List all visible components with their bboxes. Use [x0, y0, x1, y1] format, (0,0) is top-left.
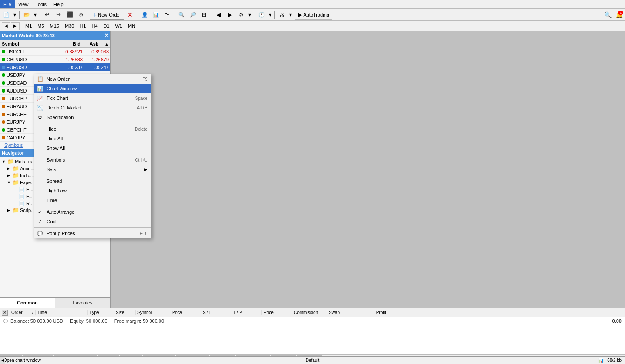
close-order-btn[interactable]: ✕	[125, 10, 135, 20]
ctx-show-all-label: Show All	[47, 146, 65, 151]
ctx-time[interactable]: Time	[34, 195, 151, 205]
ctx-hide-all[interactable]: Hide All	[34, 134, 151, 143]
ctx-auto-arrange-label: Auto Arrange	[47, 209, 74, 215]
print-btn[interactable]: 🖨	[277, 10, 287, 20]
dropdown-btn2[interactable]: ▾	[33, 10, 38, 20]
compile-btn[interactable]: ⚙	[76, 10, 86, 20]
menu-help[interactable]: Help	[50, 0, 67, 8]
tcol-price: Price	[170, 310, 201, 315]
symbols-link[interactable]: Symbols	[2, 141, 25, 149]
clock-btn[interactable]: 🕐	[256, 10, 267, 20]
mw-bid-eurusd: 1.05237	[52, 65, 83, 70]
tf-m30[interactable]: M30	[62, 22, 77, 30]
mw-label-gbpchf: GBPCHF	[7, 127, 27, 132]
zoom-out-btn[interactable]: 🔎	[187, 10, 198, 20]
dropdown-btn[interactable]: ▾	[12, 10, 17, 20]
tcol-order: Order	[10, 310, 31, 315]
ctx-popup-label: Popup Prices	[47, 231, 75, 236]
prev-btn[interactable]: ◀	[213, 10, 224, 20]
ctx-show-all[interactable]: Show All	[34, 143, 151, 153]
market-watch-close[interactable]: ✕	[104, 33, 109, 39]
tf-m1[interactable]: M1	[23, 22, 34, 30]
ctx-grid[interactable]: ✓ Grid	[34, 217, 151, 226]
tf-mn[interactable]: MN	[125, 22, 138, 30]
mw-row-usdchf[interactable]: USDCHF 0.88921 0.89068	[0, 48, 110, 56]
mw-row-gbpusd[interactable]: GBPUSD 1.26583 1.26679	[0, 56, 110, 63]
ctx-depth-of-market[interactable]: 📉 Depth Of Market Alt+B	[34, 103, 151, 113]
nav-label-e1: E...	[26, 187, 33, 192]
menu-file[interactable]: File	[0, 0, 15, 8]
statusbar-center-text: Default	[306, 358, 320, 363]
search-btn[interactable]: 🔍	[602, 10, 613, 20]
ctx-sets-label: Sets	[47, 167, 56, 172]
tf-prev-btn[interactable]: ◀	[2, 22, 10, 30]
nav-label-e2: F...	[26, 194, 33, 199]
ctx-spread-label: Spread	[47, 179, 62, 184]
mw-row-eurusd[interactable]: EURUSD 1.05237 1.05247	[0, 63, 110, 71]
auto-trading-button[interactable]: ▶ AutoTrading	[295, 10, 332, 20]
tf-d1[interactable]: D1	[101, 22, 112, 30]
ctx-high-low[interactable]: High/Low	[34, 186, 151, 195]
zoom-in-btn[interactable]: 🔍	[176, 10, 187, 20]
nav-tab-favorites[interactable]: Favorites	[55, 298, 110, 308]
mw-label-usdjpy: USDJPY	[7, 73, 25, 78]
menu-tools[interactable]: Tools	[32, 0, 50, 8]
tf-w1[interactable]: W1	[113, 22, 125, 30]
market-watch-title: Market Watch: 00:28:43	[2, 33, 55, 38]
stop-btn[interactable]: ⬛	[64, 10, 75, 20]
sep3	[88, 11, 88, 19]
prop-btn[interactable]: ⚙	[236, 10, 246, 20]
dropdown-btn3[interactable]: ▾	[247, 10, 252, 20]
terminal-col-headers: Order / Time Type Size Symbol Price S / …	[10, 308, 623, 317]
tf-h1[interactable]: H1	[77, 22, 88, 30]
terminal-toggle-btn[interactable]: ◀	[0, 357, 5, 364]
menu-view[interactable]: View	[15, 0, 32, 8]
wave-btn[interactable]: 〜	[162, 10, 172, 20]
dropdown-btn5[interactable]: ▾	[288, 10, 293, 20]
ctx-hide[interactable]: Hide Delete	[34, 124, 151, 134]
tcol-price2: Price	[262, 310, 292, 315]
grid-btn[interactable]: ⊞	[199, 10, 209, 20]
ctx-specification[interactable]: ⚙ Specification	[34, 113, 151, 122]
ctx-tick-chart[interactable]: 📈 Tick Chart Space	[34, 93, 151, 103]
tf-m5[interactable]: M5	[35, 22, 47, 30]
undo-btn[interactable]: ↩	[42, 10, 52, 20]
account-btn[interactable]: 👤	[139, 10, 150, 20]
sep5	[174, 11, 174, 19]
new-btn[interactable]: 📄	[1, 10, 11, 20]
ctx-new-order[interactable]: 📋 New Order F9	[34, 74, 151, 84]
tcol-swap: Swap	[327, 310, 353, 315]
nav-label-scripts: Scrip...	[20, 208, 35, 213]
next-btn[interactable]: ▶	[224, 10, 235, 20]
mw-col-symbol: Symbol	[0, 41, 50, 46]
tf-next-btn[interactable]: ▶	[11, 22, 20, 30]
navigator-tabs: Common Favorites	[0, 297, 110, 308]
nav-folder-icon-root: 📁	[7, 159, 14, 165]
nav-tab-common[interactable]: Common	[0, 298, 55, 308]
sep7	[254, 11, 254, 19]
ctx-spread[interactable]: Spread	[34, 176, 151, 186]
tcol-size: Size	[114, 310, 136, 315]
toolbar-main: 📄 ▾ 📂 ▾ ↩ ↪ ⬛ ⚙ + New Order ✕ 👤 📊 〜 🔍 🔎 …	[0, 9, 625, 21]
ctx-popup-prices[interactable]: 💬 Popup Prices F10	[34, 228, 151, 238]
ctx-depth-icon: 📉	[36, 104, 44, 112]
ctx-symbols[interactable]: Symbols Ctrl+U	[34, 155, 151, 165]
terminal-close-btn[interactable]: ✕	[2, 310, 8, 316]
open-btn[interactable]: 📂	[21, 10, 32, 20]
new-order-button[interactable]: + New Order	[90, 10, 124, 20]
statusbar-bars-icon: 📊	[598, 358, 604, 363]
redo-btn[interactable]: ↪	[53, 10, 64, 20]
tcol-time: Time	[36, 310, 88, 315]
ctx-chart-window[interactable]: 📊 Chart Window	[34, 84, 151, 93]
ctx-sets[interactable]: Sets ▶	[34, 165, 151, 174]
nav-arrow-indicators: ▶	[7, 173, 12, 178]
dropdown-btn4[interactable]: ▾	[267, 10, 273, 20]
tf-h4[interactable]: H4	[89, 22, 100, 30]
mw-col-ask: Ask	[80, 41, 104, 46]
new-order-icon: +	[93, 11, 97, 18]
tf-m15[interactable]: M15	[47, 22, 62, 30]
history-btn[interactable]: 📊	[150, 10, 161, 20]
ctx-auto-arrange[interactable]: ✓ Auto Arrange	[34, 207, 151, 217]
nav-label-root: MetaTra...	[15, 159, 37, 164]
mw-label-audusd: AUDUSD	[7, 88, 27, 93]
